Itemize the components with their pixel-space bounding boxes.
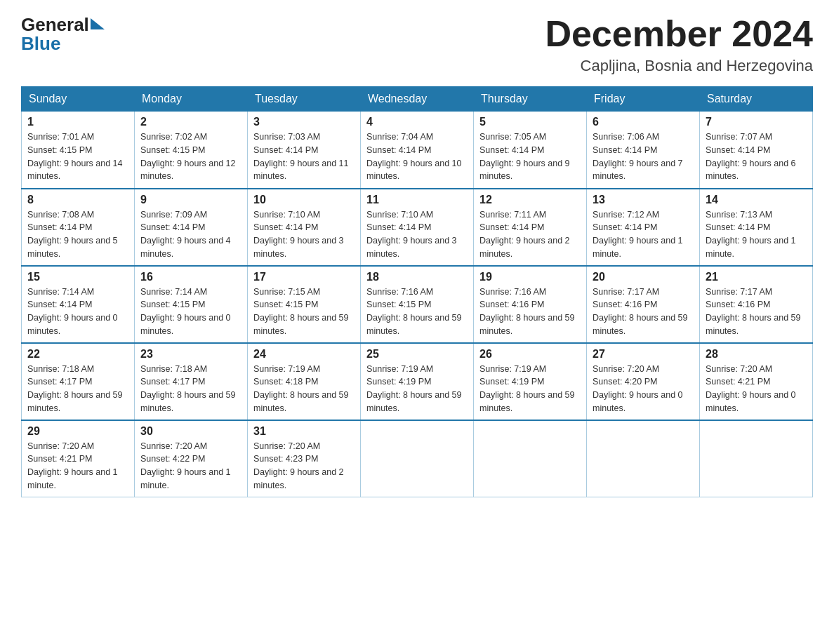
sunset-label: Sunset: 4:14 PM: [593, 222, 657, 232]
calendar-day-cell: [700, 420, 813, 497]
day-number: 24: [253, 348, 355, 361]
sunset-label: Sunset: 4:14 PM: [479, 222, 544, 232]
calendar-day-cell: 3 Sunrise: 7:03 AM Sunset: 4:14 PM Dayli…: [248, 112, 361, 189]
sunrise-label: Sunrise: 7:16 AM: [366, 287, 433, 297]
day-info: Sunrise: 7:19 AM Sunset: 4:19 PM Dayligh…: [366, 363, 468, 415]
header-saturday: Saturday: [700, 87, 813, 112]
daylight-label: Daylight: 9 hours and 6 minutes.: [706, 159, 796, 182]
sunrise-label: Sunrise: 7:09 AM: [140, 210, 207, 220]
sunrise-label: Sunrise: 7:14 AM: [140, 287, 207, 297]
calendar-day-cell: 10 Sunrise: 7:10 AM Sunset: 4:14 PM Dayl…: [248, 189, 361, 266]
calendar-day-cell: 30 Sunrise: 7:20 AM Sunset: 4:22 PM Dayl…: [135, 420, 248, 497]
sunset-label: Sunset: 4:14 PM: [366, 145, 431, 155]
sunset-label: Sunset: 4:16 PM: [593, 300, 657, 309]
sunset-label: Sunset: 4:19 PM: [366, 377, 431, 387]
title-block: December 2024 Capljina, Bosnia and Herze…: [545, 14, 813, 75]
calendar-day-cell: 13 Sunrise: 7:12 AM Sunset: 4:14 PM Dayl…: [587, 189, 700, 266]
day-number: 6: [593, 116, 694, 128]
day-number: 21: [706, 271, 807, 283]
day-info: Sunrise: 7:06 AM Sunset: 4:14 PM Dayligh…: [593, 130, 694, 183]
sunrise-label: Sunrise: 7:07 AM: [706, 132, 772, 142]
calendar-day-cell: 6 Sunrise: 7:06 AM Sunset: 4:14 PM Dayli…: [587, 112, 700, 189]
sunrise-label: Sunrise: 7:18 AM: [140, 364, 207, 374]
day-info: Sunrise: 7:16 AM Sunset: 4:16 PM Dayligh…: [479, 286, 581, 338]
sunset-label: Sunset: 4:18 PM: [253, 377, 318, 387]
daylight-label: Daylight: 9 hours and 7 minutes.: [593, 159, 683, 182]
sunrise-label: Sunrise: 7:17 AM: [593, 287, 659, 297]
daylight-label: Daylight: 8 hours and 59 minutes.: [366, 313, 462, 336]
day-number: 25: [366, 348, 468, 361]
sunrise-label: Sunrise: 7:17 AM: [706, 287, 772, 297]
header-friday: Friday: [587, 87, 700, 112]
calendar-day-cell: 7 Sunrise: 7:07 AM Sunset: 4:14 PM Dayli…: [700, 112, 813, 189]
day-number: 30: [140, 425, 241, 438]
sunset-label: Sunset: 4:16 PM: [706, 300, 770, 309]
sunrise-label: Sunrise: 7:19 AM: [253, 364, 320, 374]
daylight-label: Daylight: 9 hours and 1 minute.: [593, 236, 683, 259]
day-number: 4: [366, 116, 468, 128]
day-number: 27: [593, 348, 694, 361]
day-number: 13: [593, 194, 694, 206]
sunrise-label: Sunrise: 7:13 AM: [706, 210, 772, 220]
sunrise-label: Sunrise: 7:14 AM: [27, 287, 94, 297]
daylight-label: Daylight: 8 hours and 59 minutes.: [253, 390, 349, 413]
day-info: Sunrise: 7:09 AM Sunset: 4:14 PM Dayligh…: [140, 208, 241, 261]
sunset-label: Sunset: 4:14 PM: [253, 145, 318, 155]
day-number: 3: [253, 116, 355, 128]
calendar-table: Sunday Monday Tuesday Wednesday Thursday…: [21, 86, 813, 497]
day-number: 8: [27, 194, 128, 206]
calendar-day-cell: 9 Sunrise: 7:09 AM Sunset: 4:14 PM Dayli…: [135, 189, 248, 266]
calendar-day-cell: 18 Sunrise: 7:16 AM Sunset: 4:15 PM Dayl…: [361, 266, 474, 343]
sunset-label: Sunset: 4:17 PM: [140, 377, 205, 387]
sunrise-label: Sunrise: 7:20 AM: [253, 441, 320, 451]
daylight-label: Daylight: 9 hours and 14 minutes.: [27, 159, 123, 182]
sunrise-label: Sunrise: 7:08 AM: [27, 210, 94, 220]
sunset-label: Sunset: 4:21 PM: [27, 454, 92, 464]
logo: General Blue: [21, 14, 105, 55]
sunset-label: Sunset: 4:16 PM: [479, 300, 544, 309]
sunset-label: Sunset: 4:14 PM: [479, 145, 544, 155]
sunset-label: Sunset: 4:17 PM: [27, 377, 92, 387]
sunrise-label: Sunrise: 7:20 AM: [140, 441, 207, 451]
calendar-day-cell: 8 Sunrise: 7:08 AM Sunset: 4:14 PM Dayli…: [22, 189, 135, 266]
daylight-label: Daylight: 8 hours and 59 minutes.: [706, 313, 801, 336]
sunset-label: Sunset: 4:20 PM: [593, 377, 657, 387]
calendar-day-cell: 15 Sunrise: 7:14 AM Sunset: 4:14 PM Dayl…: [22, 266, 135, 343]
calendar-day-cell: 2 Sunrise: 7:02 AM Sunset: 4:15 PM Dayli…: [135, 112, 248, 189]
daylight-label: Daylight: 8 hours and 59 minutes.: [366, 390, 462, 413]
sunset-label: Sunset: 4:19 PM: [479, 377, 544, 387]
calendar-day-cell: 23 Sunrise: 7:18 AM Sunset: 4:17 PM Dayl…: [135, 343, 248, 420]
daylight-label: Daylight: 9 hours and 12 minutes.: [140, 159, 236, 182]
sunset-label: Sunset: 4:14 PM: [27, 222, 92, 232]
sunset-label: Sunset: 4:14 PM: [706, 145, 770, 155]
sunrise-label: Sunrise: 7:20 AM: [593, 364, 659, 374]
day-number: 5: [479, 116, 581, 128]
sunrise-label: Sunrise: 7:05 AM: [479, 132, 546, 142]
sunrise-label: Sunrise: 7:20 AM: [706, 364, 772, 374]
daylight-label: Daylight: 8 hours and 59 minutes.: [479, 313, 575, 336]
sunset-label: Sunset: 4:15 PM: [27, 145, 92, 155]
day-info: Sunrise: 7:18 AM Sunset: 4:17 PM Dayligh…: [27, 363, 128, 415]
calendar-day-cell: 27 Sunrise: 7:20 AM Sunset: 4:20 PM Dayl…: [587, 343, 700, 420]
sunrise-label: Sunrise: 7:20 AM: [27, 441, 94, 451]
day-info: Sunrise: 7:19 AM Sunset: 4:19 PM Dayligh…: [479, 363, 581, 415]
calendar-header-row: Sunday Monday Tuesday Wednesday Thursday…: [22, 87, 813, 112]
daylight-label: Daylight: 9 hours and 4 minutes.: [140, 236, 231, 259]
sunrise-label: Sunrise: 7:16 AM: [479, 287, 546, 297]
header-sunday: Sunday: [22, 87, 135, 112]
day-info: Sunrise: 7:20 AM Sunset: 4:21 PM Dayligh…: [27, 440, 128, 492]
sunset-label: Sunset: 4:23 PM: [253, 454, 318, 464]
calendar-day-cell: 4 Sunrise: 7:04 AM Sunset: 4:14 PM Dayli…: [361, 112, 474, 189]
day-number: 9: [140, 194, 241, 206]
sunset-label: Sunset: 4:15 PM: [140, 145, 205, 155]
daylight-label: Daylight: 9 hours and 2 minutes.: [479, 236, 570, 259]
sunrise-label: Sunrise: 7:06 AM: [593, 132, 659, 142]
day-info: Sunrise: 7:04 AM Sunset: 4:14 PM Dayligh…: [366, 130, 468, 183]
daylight-label: Daylight: 9 hours and 1 minute.: [140, 467, 231, 490]
daylight-label: Daylight: 9 hours and 0 minutes.: [593, 390, 683, 413]
calendar-day-cell: [474, 420, 587, 497]
logo-blue-text: Blue: [21, 33, 105, 55]
calendar-day-cell: [361, 420, 474, 497]
calendar-day-cell: 16 Sunrise: 7:14 AM Sunset: 4:15 PM Dayl…: [135, 266, 248, 343]
header-monday: Monday: [135, 87, 248, 112]
